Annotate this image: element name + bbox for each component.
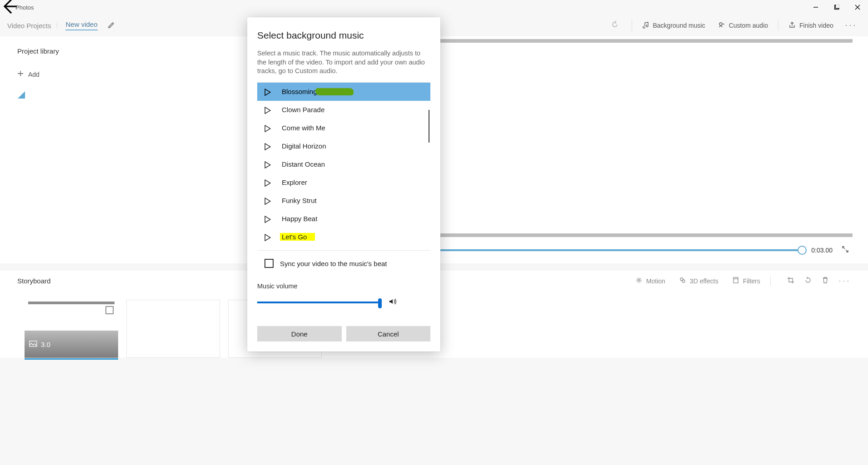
3d-effects-button[interactable]: 3D effects [679, 277, 718, 285]
svg-rect-1 [836, 5, 840, 9]
finish-video-label: Finish video [799, 22, 833, 29]
storyboard-clip[interactable]: 3.0 [25, 300, 118, 358]
image-icon [29, 341, 37, 348]
empty-clip-slot[interactable] [126, 300, 220, 358]
sync-label: Sync your video to the music's beat [280, 260, 387, 267]
highlight-annotation [315, 88, 354, 95]
dialog-description: Select a music track. The music automati… [257, 49, 430, 76]
fullscreen-button[interactable] [842, 246, 849, 255]
track-label: Funky Strut [282, 197, 317, 204]
track-label: Come with Me [282, 124, 325, 132]
play-icon[interactable] [264, 89, 271, 95]
add-media-button[interactable]: Add [17, 70, 246, 78]
motion-icon [635, 277, 643, 285]
filters-button[interactable]: Filters [732, 277, 760, 285]
play-icon[interactable] [264, 125, 271, 131]
background-music-dialog: Select background music Select a music t… [247, 17, 440, 351]
track-item[interactable]: Let's Go [257, 228, 430, 246]
play-icon[interactable] [264, 179, 271, 186]
play-icon[interactable] [264, 107, 271, 113]
music-note-icon [642, 21, 649, 30]
play-icon[interactable] [264, 216, 271, 222]
more-button[interactable]: · · · [840, 21, 861, 30]
chevron-right-icon: 〉 [55, 22, 61, 30]
3d-effects-icon [679, 277, 686, 285]
timeline-time: 0:03.00 [811, 247, 833, 254]
storyboard-more-button[interactable]: · · · [839, 277, 849, 285]
sync-checkbox[interactable] [264, 259, 274, 268]
motion-label: Motion [646, 277, 665, 285]
volume-slider[interactable] [257, 302, 380, 303]
track-item[interactable]: Funky Strut [257, 192, 430, 210]
custom-audio-label: Custom audio [729, 22, 768, 29]
background-music-label: Background music [653, 22, 705, 29]
sync-checkbox-row[interactable]: Sync your video to the music's beat [257, 251, 430, 272]
rotate-button[interactable] [804, 277, 812, 286]
play-icon[interactable] [264, 234, 271, 240]
track-item[interactable]: Distant Ocean [257, 155, 430, 173]
app-title: Photos [15, 4, 34, 11]
maximize-button[interactable] [826, 0, 847, 15]
filters-label: Filters [743, 277, 760, 285]
redo-button[interactable] [611, 20, 619, 30]
motion-button[interactable]: Motion [635, 277, 665, 285]
scrollbar[interactable] [429, 110, 429, 143]
volume-icon [388, 297, 397, 308]
rename-icon[interactable] [108, 21, 115, 30]
project-name[interactable]: New video [65, 20, 97, 30]
plus-icon [17, 70, 24, 78]
background-music-button[interactable]: Background music [636, 15, 712, 36]
track-item[interactable]: Explorer [257, 173, 430, 192]
svg-rect-6 [733, 277, 738, 283]
delete-button[interactable] [822, 277, 829, 286]
track-item[interactable]: Blossoming [257, 83, 430, 101]
track-list[interactable]: BlossomingClown ParadeCome with MeDigita… [257, 83, 430, 250]
crop-button[interactable] [787, 277, 794, 286]
track-item[interactable]: Come with Me [257, 119, 430, 137]
export-icon [788, 21, 796, 30]
done-button[interactable]: Done [257, 326, 342, 341]
svg-point-3 [638, 279, 640, 281]
cancel-button[interactable]: Cancel [346, 326, 431, 341]
storyboard-label: Storyboard [17, 277, 50, 285]
dialog-title: Select background music [257, 30, 430, 41]
track-item[interactable]: Happy Beat [257, 210, 430, 228]
track-item[interactable]: Clown Parade [257, 101, 430, 119]
svg-point-2 [719, 23, 722, 25]
track-label: Distant Ocean [282, 160, 325, 168]
finish-video-button[interactable]: Finish video [782, 15, 840, 36]
track-label: Explorer [282, 178, 307, 186]
breadcrumb-root[interactable]: Video Projects [7, 22, 51, 30]
track-label: Let's Go [282, 233, 315, 241]
breadcrumb: Video Projects 〉 New video [7, 20, 115, 30]
track-item[interactable]: Digital Horizon [257, 137, 430, 155]
play-icon[interactable] [264, 198, 271, 204]
play-icon[interactable] [264, 143, 271, 149]
track-label: Blossoming [282, 88, 317, 95]
track-label: Digital Horizon [282, 142, 326, 150]
library-title: Project library [17, 47, 246, 55]
svg-point-5 [682, 280, 685, 282]
play-icon[interactable] [264, 161, 271, 168]
library-thumbnail[interactable] [17, 91, 25, 99]
clip-duration: 3.0 [41, 341, 50, 348]
minimize-button[interactable] [805, 0, 826, 15]
track-label: Clown Parade [282, 106, 324, 114]
clip-checkbox[interactable] [105, 306, 114, 314]
track-label: Happy Beat [282, 215, 317, 223]
3d-effects-label: 3D effects [690, 277, 718, 285]
filters-icon [732, 277, 739, 285]
custom-audio-icon [718, 21, 725, 30]
custom-audio-button[interactable]: Custom audio [712, 15, 774, 36]
add-label: Add [28, 71, 40, 78]
close-button[interactable] [847, 0, 868, 15]
volume-label: Music volume [257, 282, 430, 290]
